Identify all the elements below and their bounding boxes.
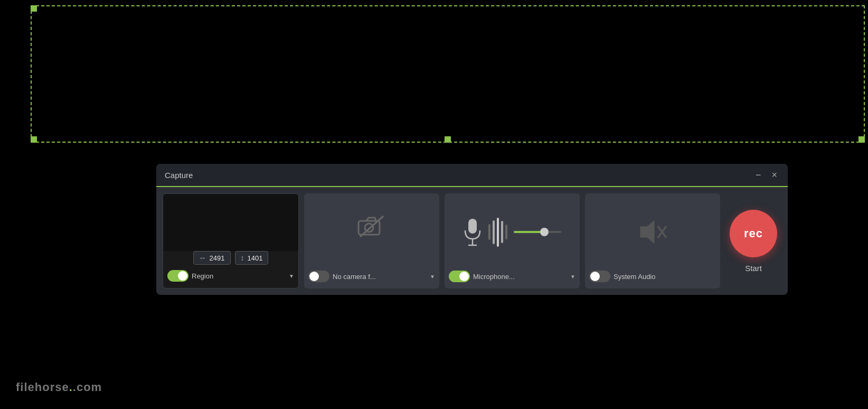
mic-slider-area — [514, 231, 561, 233]
sys-audio-label: System Audio — [614, 273, 716, 281]
camera-panel: No camera f... ▼ — [304, 193, 439, 289]
svg-rect-3 — [468, 219, 477, 234]
microphone-icon — [463, 218, 482, 247]
height-arrow-icon: ↕ — [241, 254, 244, 262]
mic-volume-thumb[interactable] — [540, 228, 549, 236]
dialog-titlebar: Capture − × — [156, 164, 788, 187]
width-box: ↔ 2491 — [193, 251, 231, 265]
microphone-panel: Microphone... ▼ — [445, 193, 580, 289]
mic-level-bars — [488, 218, 507, 247]
speaker-muted-icon — [637, 219, 668, 245]
camera-toggle[interactable] — [308, 271, 329, 282]
system-audio-panel: System Audio — [585, 193, 720, 289]
handle-top-left[interactable] — [31, 5, 37, 12]
region-label: Region — [192, 272, 286, 280]
svg-marker-6 — [641, 222, 654, 242]
camera-toggle-knob — [309, 272, 319, 281]
camera-icon-area — [356, 193, 388, 260]
camera-toggle-row: No camera f... ▼ — [304, 271, 439, 282]
region-panel: ↔ 2491 ↕ 1401 Region ▼ — [163, 193, 299, 289]
mic-icon-area — [445, 193, 580, 271]
rec-button[interactable]: rec — [730, 210, 777, 257]
sys-audio-toggle-knob — [590, 272, 600, 281]
mic-toggle-knob — [459, 272, 469, 281]
capture-dialog: Capture − × ↔ 2491 ↕ 1401 — [156, 164, 788, 295]
no-camera-icon — [356, 213, 388, 240]
start-label: Start — [745, 264, 762, 273]
mic-label: Microphone... — [473, 273, 567, 281]
region-toggle[interactable] — [167, 270, 188, 282]
close-button[interactable]: × — [769, 169, 779, 181]
region-dimensions: ↔ 2491 ↕ 1401 — [163, 251, 298, 265]
width-value[interactable]: 2491 — [210, 254, 225, 262]
watermark-text: filehorse — [16, 380, 69, 394]
dialog-title: Capture — [165, 171, 193, 180]
sys-audio-toggle[interactable] — [589, 271, 610, 282]
minimize-button[interactable]: − — [753, 169, 763, 181]
sys-audio-icon-area — [637, 193, 668, 271]
region-dropdown-icon[interactable]: ▼ — [289, 273, 294, 279]
rec-section: rec Start — [725, 193, 781, 289]
width-arrow-icon: ↔ — [199, 254, 206, 262]
watermark: filehorse..com — [16, 380, 102, 394]
mic-toggle-row: Microphone... ▼ — [445, 271, 580, 282]
camera-label: No camera f... — [333, 273, 427, 281]
handle-bottom-left[interactable] — [31, 136, 37, 143]
mic-volume-track[interactable] — [514, 231, 561, 233]
height-box: ↕ 1401 — [235, 251, 269, 265]
mic-toggle[interactable] — [449, 271, 470, 282]
region-toggle-knob — [178, 271, 187, 281]
height-value[interactable]: 1401 — [248, 254, 263, 262]
region-preview — [163, 194, 298, 251]
handle-bottom-mid[interactable] — [445, 136, 451, 143]
dialog-controls: − × — [753, 169, 779, 181]
region-toggle-row: Region ▼ — [163, 270, 298, 282]
handle-bottom-right[interactable] — [858, 136, 865, 143]
mic-dropdown-icon[interactable]: ▼ — [570, 274, 575, 280]
camera-dropdown-icon[interactable]: ▼ — [430, 274, 435, 280]
watermark-domain: .com — [73, 380, 102, 394]
selection-region — [31, 5, 865, 143]
sys-audio-toggle-row: System Audio — [585, 271, 720, 282]
dialog-body: ↔ 2491 ↕ 1401 Region ▼ — [156, 187, 788, 295]
